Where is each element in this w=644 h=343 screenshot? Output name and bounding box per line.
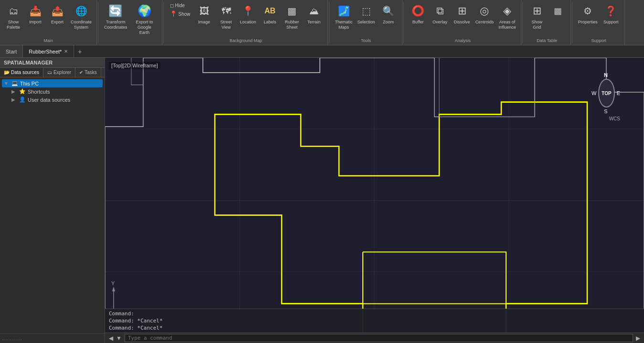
export-button[interactable]: 📤 Export	[47, 2, 68, 26]
tab-bar: Start RubberSheet* ✕ +	[0, 45, 644, 58]
centroids-label: Centroids	[475, 20, 494, 25]
sidebar-content: ▼ 💻 This PC ▶ ⭐ Shortcuts ▶ 👤 User data …	[0, 77, 105, 333]
hide-button[interactable]: ◻ Hide	[168, 2, 193, 9]
sidebar-tab-explorer[interactable]: 🗂 Explorer	[43, 68, 75, 77]
dissolve-icon: ⊞	[454, 3, 470, 19]
user-data-sources-label: User data sources	[28, 97, 70, 103]
centroids-button[interactable]: ◎ Centroids	[474, 2, 496, 26]
selection-button[interactable]: ⬚ Selection	[356, 2, 377, 26]
support-group-label: Support	[591, 38, 606, 43]
terrain-button[interactable]: ⛰ Terrain	[304, 2, 325, 26]
hide-icon: ◻	[170, 3, 174, 8]
separator-5	[522, 2, 523, 43]
compass-circle[interactable]: TOP	[598, 79, 614, 107]
data-sources-icon: 📂	[4, 70, 10, 75]
buffer-icon: ⭕	[411, 3, 426, 19]
tab-start[interactable]: Start	[0, 45, 23, 57]
sidebar-tab-data-sources[interactable]: 📂 Data sources	[0, 68, 43, 77]
export-icon: 📤	[50, 3, 65, 19]
properties-icon: ⚙	[580, 3, 595, 19]
dissolve-label: Dissolve	[454, 20, 470, 25]
status-icon-right[interactable]: ▶	[636, 335, 640, 342]
location-button[interactable]: 📍 Location	[238, 2, 259, 26]
buffer-label: Buffer	[412, 20, 424, 25]
street-view-button[interactable]: 🗺 StreetView	[216, 2, 237, 32]
import-button[interactable]: 📥 Import	[25, 2, 46, 26]
ribbon-group-background-map: ◻ Hide 📍 Show 🖼 Image 🗺 StreetView	[165, 0, 328, 45]
command-line-3: Command: *Cancel*	[109, 324, 640, 332]
areas-of-influence-icon: ◈	[499, 3, 515, 19]
svg-text:Y: Y	[111, 280, 115, 286]
labels-label: Labels	[264, 20, 276, 25]
areas-of-influence-button[interactable]: ◈ Areas ofInfluence	[496, 2, 518, 32]
main-group-items: 🗂 ShowPalette 📥 Import 📤 Export 🌐 Coordi…	[3, 2, 94, 37]
rubber-sheet-label: RubberSheet	[285, 20, 299, 30]
selection-icon: ⬚	[359, 3, 374, 19]
show-button[interactable]: 📍 Show	[168, 10, 193, 18]
image-button[interactable]: 🖼 Image	[194, 2, 215, 26]
data-table-group-items: ⊞ ShowGrid ▦	[527, 2, 568, 37]
background-map-group-label: Background Map	[230, 38, 262, 43]
tab-add-button[interactable]: +	[74, 46, 85, 57]
status-icon-left[interactable]: ◀	[109, 335, 113, 342]
image-icon: 🖼	[197, 3, 212, 19]
analysis-group-items: ⭕ Buffer ⧉ Overlay ⊞ Dissolve ◎ Centroid…	[408, 2, 518, 37]
export-google-earth-icon: 🌍	[137, 3, 152, 19]
coordinate-system-button[interactable]: 🌐 CoordinateSystem	[69, 2, 94, 32]
this-pc-expand: ▼	[4, 81, 10, 86]
show-grid-label: ShowGrid	[531, 20, 542, 30]
tree-item-this-pc[interactable]: ▼ 💻 This PC	[2, 79, 103, 87]
labels-button[interactable]: AB Labels	[260, 2, 281, 26]
explorer-label: Explorer	[53, 70, 71, 75]
command-input[interactable]	[125, 334, 633, 342]
transform-coordinates-button[interactable]: 🔄 TransformCoordinates	[102, 2, 129, 32]
tools-group-items: 🗾 ThematicMaps ⬚ Selection 🔍 Zoom	[333, 2, 399, 37]
compass-s: S	[591, 108, 620, 114]
ribbon-group-analysis: ⭕ Buffer ⧉ Overlay ⊞ Dissolve ◎ Centroid…	[405, 0, 521, 45]
show-label: Show	[179, 11, 190, 17]
tree-item-shortcuts[interactable]: ▶ ⭐ Shortcuts	[10, 87, 103, 96]
street-view-icon: 🗺	[219, 3, 234, 19]
tab-rubbersheet[interactable]: RubberSheet* ✕	[23, 45, 74, 57]
show-icon: 📍	[170, 11, 177, 17]
analysis-group-label: Analysis	[454, 38, 471, 43]
zoom-label: Zoom	[383, 20, 394, 25]
export-google-earth-label: Export toGoogle Earth	[132, 20, 157, 35]
sidebar-header: SPATIALMANAGER	[0, 58, 105, 68]
status-icon-arrow[interactable]: ▼	[116, 335, 122, 342]
import-label: Import	[29, 20, 42, 25]
separator-2	[163, 2, 164, 43]
transform-coordinates-label: TransformCoordinates	[104, 20, 127, 30]
rubber-sheet-button[interactable]: ▦ RubberSheet	[282, 2, 303, 32]
this-pc-label: This PC	[20, 81, 39, 86]
labels-icon: AB	[263, 3, 278, 19]
canvas-area[interactable]: [Top][2D Wireframe]	[105, 58, 644, 343]
ribbon-content: 🗂 ShowPalette 📥 Import 📤 Export 🌐 Coordi…	[0, 0, 644, 45]
export-google-earth-button[interactable]: 🌍 Export toGoogle Earth	[130, 2, 159, 36]
support-icon: ❓	[603, 3, 619, 19]
sidebar-tab-tasks[interactable]: ✔ Tasks	[75, 68, 101, 77]
compass-n: N	[591, 72, 620, 78]
street-view-label: StreetView	[221, 20, 232, 30]
dissolve-button[interactable]: ⊞ Dissolve	[452, 2, 473, 26]
user-data-sources-expand: ▶	[11, 97, 17, 102]
tree-item-user-data-sources[interactable]: ▶ 👤 User data sources	[10, 96, 103, 104]
overlay-button[interactable]: ⧉ Overlay	[430, 2, 451, 26]
thematic-maps-button[interactable]: 🗾 ThematicMaps	[333, 2, 355, 32]
thematic-maps-icon: 🗾	[336, 3, 351, 19]
properties-button[interactable]: ⚙ Properties	[576, 2, 600, 26]
tab-rubbersheet-close[interactable]: ✕	[64, 49, 68, 54]
command-area: Command: Command: *Cancel* Command: *Can…	[105, 309, 644, 332]
this-pc-icon: 💻	[11, 80, 18, 86]
support-button[interactable]: ❓ Support	[601, 2, 622, 26]
zoom-button[interactable]: 🔍 Zoom	[378, 2, 399, 26]
show-grid-button[interactable]: ⊞ ShowGrid	[527, 2, 548, 32]
shortcuts-expand: ▶	[11, 89, 17, 94]
buffer-button[interactable]: ⭕ Buffer	[408, 2, 429, 26]
show-palette-button[interactable]: 🗂 ShowPalette	[3, 2, 24, 32]
show-grid-icon: ⊞	[529, 3, 545, 19]
data-table-extra-button[interactable]: ▦	[549, 2, 568, 21]
sidebar: SPATIALMANAGER 📂 Data sources 🗂 Explorer…	[0, 58, 105, 343]
ribbon: 🗂 ShowPalette 📥 Import 📤 Export 🌐 Coordi…	[0, 0, 644, 45]
selection-label: Selection	[358, 20, 375, 25]
